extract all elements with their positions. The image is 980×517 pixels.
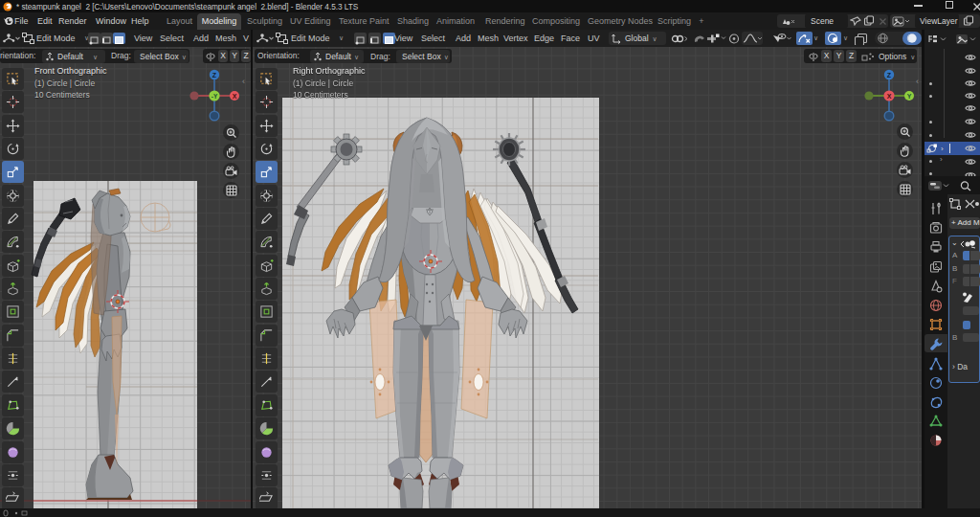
svg-text:Z: Z: [212, 72, 217, 79]
svg-text:X: X: [887, 93, 892, 100]
svg-text:Z: Z: [887, 72, 892, 79]
svg-text:-Y: -Y: [212, 93, 218, 100]
svg-text:X: X: [233, 93, 237, 100]
svg-text:Y: Y: [907, 93, 912, 100]
